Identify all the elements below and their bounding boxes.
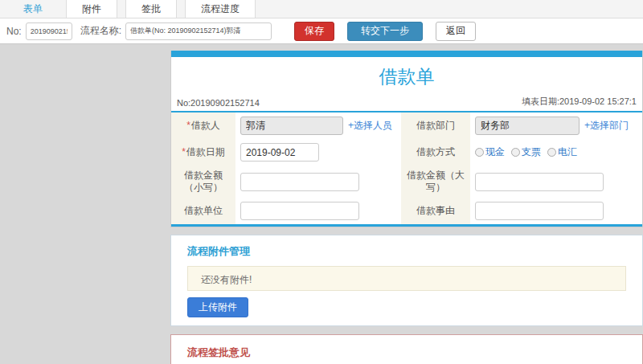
- form-title: 借款单: [171, 57, 642, 94]
- borrower-cell: +选择人员: [235, 112, 401, 139]
- attachments-panel: 流程附件管理 还没有附件! 上传附件: [170, 235, 643, 326]
- loan-date-cell: [235, 139, 401, 166]
- loan-unit-cell: [235, 198, 401, 224]
- loan-date-label: *借款日期: [171, 139, 235, 166]
- amount-lower-label: 借款金额（小写）: [171, 166, 235, 198]
- tab-attachments[interactable]: 附件: [66, 0, 117, 18]
- top-tab-bar: 表单 附件 签批 流程进度: [0, 0, 643, 18]
- amount-lower-input[interactable]: [240, 173, 359, 191]
- amount-upper-cell: [470, 166, 642, 198]
- form-date-text: 填表日期:2019-09-02 15:27:1: [522, 96, 637, 108]
- no-attachments-alert: 还没有附件!: [187, 266, 626, 291]
- borrower-label: *借款人: [171, 112, 235, 139]
- loan-method-radio-group: 现金 支票 电汇: [475, 145, 577, 159]
- forward-next-step-button[interactable]: 转交下一步: [347, 22, 423, 41]
- department-cell: +选择部门: [470, 112, 642, 139]
- choose-person-link[interactable]: +选择人员: [348, 119, 392, 133]
- approval-panel: 流程签批意见 B I abc: [170, 334, 643, 364]
- process-name-label: 流程名称:: [80, 24, 121, 38]
- attachments-heading: 流程附件管理: [187, 244, 626, 259]
- save-button[interactable]: 保存: [294, 22, 334, 41]
- tab-process-progress[interactable]: 流程进度: [185, 0, 256, 18]
- radio-wire[interactable]: 电汇: [547, 145, 577, 159]
- process-name-input[interactable]: [125, 22, 272, 40]
- form-meta-row: No:20190902152714 填表日期:2019-09-02 15:27:…: [171, 94, 642, 112]
- loan-date-input[interactable]: [240, 143, 319, 162]
- no-label: No:: [6, 26, 22, 37]
- radio-circle-icon: [547, 148, 556, 157]
- loan-reason-input[interactable]: [475, 202, 604, 220]
- amount-lower-cell: [235, 166, 401, 198]
- loan-method-cell: 现金 支票 电汇: [470, 139, 642, 166]
- action-toolbar: No: 流程名称: 保存 转交下一步 返回: [0, 18, 643, 44]
- department-label: 借款部门: [401, 112, 470, 139]
- no-input[interactable]: [26, 22, 72, 40]
- choose-department-link[interactable]: +选择部门: [584, 119, 629, 133]
- form-no-text: No:20190902152714: [177, 98, 260, 108]
- approval-heading: 流程签批意见: [187, 346, 626, 360]
- back-button[interactable]: 返回: [436, 22, 476, 41]
- upload-attachment-button[interactable]: 上传附件: [187, 297, 248, 317]
- required-mark: *: [186, 120, 190, 131]
- loan-form-panel: 借款单 No:20190902152714 填表日期:2019-09-02 15…: [170, 51, 643, 227]
- radio-cash[interactable]: 现金: [475, 145, 505, 159]
- radio-check[interactable]: 支票: [511, 145, 541, 159]
- loan-unit-input[interactable]: [240, 202, 359, 220]
- loan-reason-label: 借款事由: [401, 198, 470, 224]
- radio-circle-icon: [475, 148, 484, 157]
- amount-upper-label: 借款金额（大写）: [401, 166, 470, 198]
- panel-bottom-accent-bar: [171, 224, 642, 227]
- amount-upper-input[interactable]: [475, 173, 604, 191]
- department-input[interactable]: [475, 117, 580, 135]
- required-mark: *: [182, 146, 186, 157]
- loan-unit-label: 借款单位: [171, 198, 235, 224]
- borrower-input[interactable]: [240, 117, 343, 135]
- tab-form[interactable]: 表单: [8, 0, 58, 18]
- panel-top-accent-bar: [171, 51, 642, 57]
- tab-approval[interactable]: 签批: [125, 0, 177, 18]
- form-grid: *借款人 +选择人员 借款部门 +选择部门 *借款日期 借款方式: [171, 112, 642, 224]
- main-content: 借款单 No:20190902152714 填表日期:2019-09-02 15…: [170, 44, 643, 364]
- loan-method-label: 借款方式: [401, 139, 470, 166]
- radio-circle-icon: [511, 148, 520, 157]
- loan-reason-cell: [470, 198, 642, 224]
